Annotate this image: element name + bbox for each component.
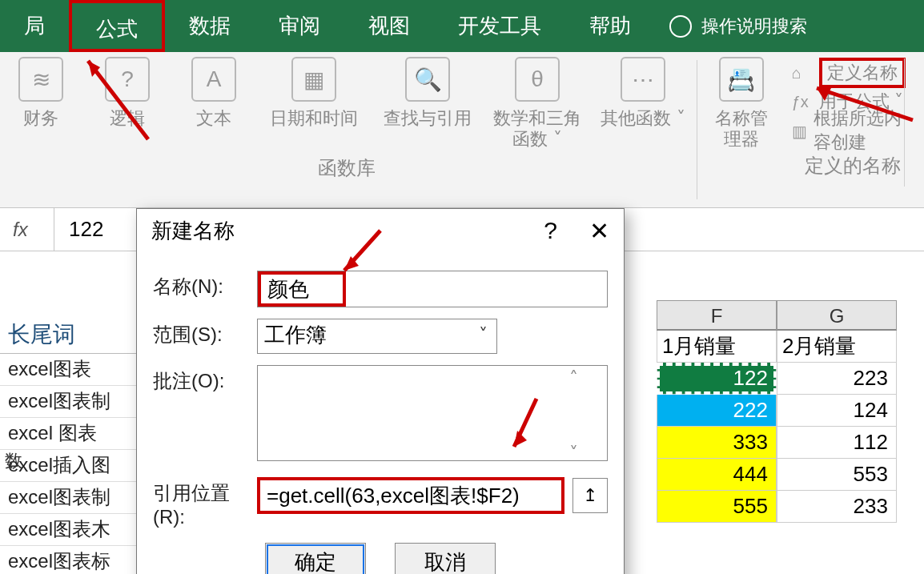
- label-refersto: 引用位置(R):: [153, 477, 257, 528]
- btn-math[interactable]: θ数学和三角函数 ˅: [493, 57, 581, 151]
- btn-namemgr[interactable]: 📇名称管理器: [707, 57, 776, 151]
- ok-button[interactable]: 确定: [265, 543, 366, 574]
- cancel-button[interactable]: 取消: [395, 543, 496, 574]
- help-icon[interactable]: ?: [544, 217, 557, 245]
- group-funclib: 函数库: [318, 155, 376, 181]
- right-grid: F G 1月销量 2月销量 122223 222124 333112 44455…: [657, 300, 897, 523]
- tab-layout[interactable]: 局: [0, 0, 69, 52]
- cell[interactable]: 555: [657, 491, 777, 523]
- create-icon: ▥: [792, 122, 807, 139]
- coins-icon: ≋: [18, 57, 63, 102]
- header-cell[interactable]: 2月销量: [777, 331, 897, 363]
- cell[interactable]: 122: [657, 363, 777, 395]
- btn-financial[interactable]: ≋财务: [6, 57, 75, 151]
- namemgr-icon: 📇: [719, 57, 764, 102]
- list-item[interactable]: excel图表制: [0, 386, 136, 418]
- btn-define-name[interactable]: 定义名称: [819, 58, 906, 88]
- btn-lookup[interactable]: 🔍查找与引用: [380, 57, 476, 151]
- tab-help[interactable]: 帮助: [565, 0, 655, 52]
- ribbon-tabs: 局 公式 数据 审阅 视图 开发工具 帮助 操作说明搜索: [0, 0, 924, 52]
- left-col-header: 长尾词: [0, 316, 136, 354]
- cell[interactable]: 112: [777, 427, 897, 459]
- label-comment: 批注(O):: [153, 365, 257, 394]
- group-defnames: 定义的名称: [792, 153, 914, 179]
- tell-me-search[interactable]: 操作说明搜索: [701, 14, 807, 38]
- btn-create-from-sel[interactable]: 根据所选内容创建: [814, 106, 914, 155]
- collapse-dialog-button[interactable]: ↥: [572, 478, 608, 513]
- scope-select[interactable]: 工作簿: [257, 319, 497, 354]
- btn-more[interactable]: ⋯其他函数 ˅: [599, 57, 687, 151]
- cell[interactable]: 333: [657, 427, 777, 459]
- text-icon: A: [191, 57, 236, 102]
- cell[interactable]: 223: [777, 363, 897, 395]
- btn-text[interactable]: A文本: [179, 57, 248, 151]
- calendar-icon: ▦: [291, 57, 336, 102]
- cell[interactable]: 444: [657, 459, 777, 491]
- cell[interactable]: 124: [777, 395, 897, 427]
- btn-logical[interactable]: ?逻辑: [93, 57, 162, 151]
- new-name-dialog: 新建名称 ? ✕ 名称(N): 范围(S): 工作簿 批注(O): ˄ ˅: [136, 208, 625, 574]
- list-item[interactable]: excel图表制: [0, 482, 136, 514]
- theta-icon: θ: [515, 57, 560, 102]
- lightbulb-icon: [669, 15, 692, 38]
- list-item[interactable]: excel图表标: [0, 546, 136, 574]
- cell[interactable]: 233: [777, 491, 897, 523]
- left-column: 长尾词 excel图表 excel图表制 excel 图表 excel插入图 e…: [0, 316, 136, 574]
- tag-icon: ⌂: [792, 64, 813, 82]
- list-item[interactable]: excel图表: [0, 354, 136, 386]
- close-icon[interactable]: ✕: [589, 217, 609, 245]
- formula-bar-value[interactable]: 122: [54, 217, 103, 242]
- cell[interactable]: 222: [657, 395, 777, 427]
- comment-textarea[interactable]: [257, 365, 608, 461]
- scroll-up-icon[interactable]: ˄: [569, 368, 590, 389]
- name-input[interactable]: [261, 275, 343, 303]
- lookup-icon: 🔍: [405, 57, 450, 102]
- dialog-title: 新建名称: [151, 217, 235, 245]
- tab-formula[interactable]: 公式: [69, 0, 165, 52]
- cell[interactable]: 553: [777, 459, 897, 491]
- list-item[interactable]: excel 图表: [0, 418, 136, 450]
- fx-label[interactable]: fx: [6, 208, 54, 251]
- ribbon-body: ≋财务 ?逻辑 A文本 ▦日期和时间 🔍查找与引用 θ数学和三角函数 ˅ ⋯其他…: [0, 52, 924, 208]
- scroll-down-icon[interactable]: ˅: [569, 444, 590, 464]
- tab-dev[interactable]: 开发工具: [434, 0, 565, 52]
- refersto-input[interactable]: [260, 480, 561, 511]
- question-icon: ?: [105, 57, 150, 102]
- label-scope: 范围(S):: [153, 319, 257, 347]
- label-name: 名称(N):: [153, 271, 257, 299]
- tab-review[interactable]: 审阅: [255, 0, 344, 52]
- row-label: 数: [0, 449, 27, 473]
- tab-view[interactable]: 视图: [344, 0, 434, 52]
- header-cell[interactable]: 1月销量: [657, 331, 777, 363]
- list-item[interactable]: excel图表木: [0, 514, 136, 546]
- col-header-F[interactable]: F: [657, 300, 777, 331]
- tab-data[interactable]: 数据: [165, 0, 255, 52]
- fx-icon: ƒx: [792, 93, 813, 110]
- btn-datetime[interactable]: ▦日期和时间: [266, 57, 362, 151]
- col-header-G[interactable]: G: [777, 300, 897, 331]
- more-icon: ⋯: [621, 57, 665, 102]
